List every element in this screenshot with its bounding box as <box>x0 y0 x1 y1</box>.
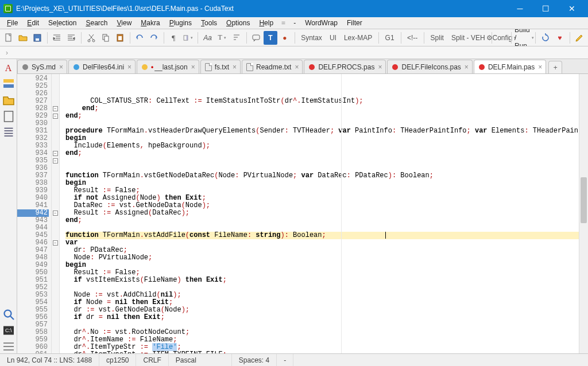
g1-label[interactable]: G1 <box>382 34 398 42</box>
status-eol[interactable]: CRLF <box>136 354 168 366</box>
status-bar: Ln 942, Col 74 :: LNS: 1488 cp1250 CRLF … <box>0 353 588 366</box>
new-tab-button[interactable]: + <box>548 61 562 73</box>
sidebar-clip-icon[interactable] <box>2 110 16 123</box>
status-lexer[interactable]: Pascal <box>169 354 232 366</box>
tab-readme-txt[interactable]: Readme.txt× <box>242 60 303 73</box>
margin-line <box>341 74 342 353</box>
menu-dash[interactable]: - <box>289 18 300 28</box>
sidebar-list-icon[interactable] <box>2 126 16 139</box>
indent-left-button[interactable] <box>50 31 64 45</box>
indent-right-button[interactable] <box>64 31 78 45</box>
toggle-case-button[interactable]: Aa <box>201 31 215 45</box>
svg-text:C:\: C:\ <box>5 328 12 333</box>
svg-rect-10 <box>187 35 188 40</box>
menu-search[interactable]: Search <box>81 18 112 28</box>
tab-close-icon[interactable]: × <box>59 63 63 71</box>
status-spaces[interactable]: Spaces: 4 <box>232 354 277 366</box>
refresh-button[interactable] <box>539 31 552 45</box>
vertical-scrollbar[interactable] <box>579 74 588 353</box>
tab---last-json[interactable]: •__last.json× <box>137 60 199 73</box>
tab-close-icon[interactable]: × <box>127 63 131 71</box>
tab-close-icon[interactable]: × <box>465 63 469 71</box>
open-file-button[interactable] <box>16 31 30 45</box>
window-maximize-button[interactable]: ☐ <box>533 0 559 17</box>
line-number-gutter[interactable]: 9249259269279289299309319329339349359369… <box>17 74 52 353</box>
new-file-button[interactable] <box>2 31 16 45</box>
menu-sep: = <box>278 19 289 27</box>
unprinted-button[interactable]: ¶ <box>167 31 180 45</box>
lang-t-button[interactable]: T <box>215 31 229 45</box>
copy-button[interactable] <box>99 31 113 45</box>
window-titlebar: E:\Projects_XE\_UTILITIES\DelFiles\1.0\s… <box>0 0 588 17</box>
menu-view[interactable]: View <box>113 18 137 28</box>
sidebar-output-icon[interactable] <box>2 340 16 353</box>
tab-close-icon[interactable]: × <box>233 63 237 71</box>
tab-label: DELF.Main.pas <box>488 63 535 71</box>
fold-column[interactable]: −−−−−−− <box>52 74 60 353</box>
split-label[interactable]: Split <box>427 34 447 42</box>
window-minimize-button[interactable]: ─ <box>507 0 533 17</box>
menu-selection[interactable]: Selection <box>44 18 81 28</box>
menu-help[interactable]: Help <box>254 18 278 28</box>
code-area[interactable]: COL_STATUS_STR: CellText := ItemStatusIn… <box>60 74 579 353</box>
sidebar-console-icon[interactable]: C:\ <box>2 324 16 337</box>
tab-delf-procs-pas[interactable]: DELF.PROCS.pas× <box>304 60 386 73</box>
svg-rect-2 <box>36 38 39 41</box>
build-run-button[interactable]: Build / Run <box>514 31 532 45</box>
sort-button[interactable] <box>230 31 243 45</box>
lex-label[interactable]: Lex-MAP <box>341 34 376 42</box>
tab-fs-txt[interactable]: fs.txt× <box>200 60 241 73</box>
tab-bar: SyS.md×DelFiles64.ini×•__last.json×fs.tx… <box>17 59 588 74</box>
edit-button[interactable] <box>572 31 586 45</box>
tab-close-icon[interactable]: × <box>378 63 382 71</box>
status-encoding[interactable]: cp1250 <box>99 354 136 366</box>
ui-label[interactable]: UI <box>326 34 340 42</box>
tab-delf-fileicons-pas[interactable]: DELF.FileIcons.pas× <box>387 60 472 73</box>
sidebar-search-icon[interactable] <box>2 307 16 321</box>
tab-label: Readme.txt <box>256 63 291 71</box>
svg-rect-8 <box>118 36 122 40</box>
minimap-button[interactable] <box>181 31 195 45</box>
cut-button[interactable] <box>84 31 98 45</box>
config-button[interactable]: ⚙ Config <box>494 31 508 45</box>
menu-options[interactable]: Options <box>222 18 254 28</box>
tab-delfiles64-ini[interactable]: DelFiles64.ini× <box>68 60 136 73</box>
bookmark-button[interactable]: ● <box>278 31 292 45</box>
svg-rect-6 <box>105 36 109 41</box>
tab-label: fs.txt <box>215 63 229 71</box>
code-editor[interactable]: 9249259269279289299309319329339349359369… <box>17 74 588 353</box>
splitveh-label[interactable]: Split - VEH <box>448 34 489 42</box>
tab-close-icon[interactable]: × <box>295 63 299 71</box>
menu-edit[interactable]: Edit <box>22 18 44 28</box>
tab-close-icon[interactable]: × <box>538 63 542 71</box>
heart-button[interactable]: ♥ <box>553 31 567 45</box>
redo-button[interactable] <box>147 31 161 45</box>
menu-tools[interactable]: Tools <box>196 18 222 28</box>
window-title: E:\Projects_XE\_UTILITIES\DelFiles\1.0\s… <box>16 5 234 13</box>
menu-makra[interactable]: Makra <box>136 18 164 28</box>
menu-wordwrap[interactable]: WordWrap <box>300 18 342 28</box>
chevron-right-icon: › <box>3 49 10 57</box>
sidebar-project-icon[interactable] <box>2 94 16 107</box>
status-extra[interactable]: - <box>277 354 293 366</box>
status-position[interactable]: Ln 942, Col 74 :: LNS: 1488 <box>0 354 99 366</box>
tab-sys-md[interactable]: SyS.md× <box>17 60 67 73</box>
menu-file[interactable]: File <box>2 18 22 28</box>
window-close-button[interactable]: ✕ <box>559 0 585 17</box>
undo-button[interactable] <box>133 31 146 45</box>
menu-filter[interactable]: Filter <box>342 18 367 28</box>
menu-bar: File Edit Selection Search View Makra Pl… <box>0 17 588 29</box>
sidebar-text-icon[interactable]: A <box>2 61 16 75</box>
comment-button[interactable] <box>249 31 263 45</box>
side-toolbar: A C:\ <box>0 59 17 353</box>
save-button[interactable] <box>30 31 44 45</box>
highlight-button[interactable]: T <box>264 31 277 45</box>
menu-plugins[interactable]: Plugins <box>165 18 196 28</box>
tab-label: DELF.FileIcons.pas <box>401 63 461 71</box>
sidebar-tree-icon[interactable] <box>2 77 16 91</box>
syntax-label[interactable]: Syntax <box>297 34 326 42</box>
tab-close-icon[interactable]: × <box>191 63 195 71</box>
tab-delf-main-pas[interactable]: DELF.Main.pas× <box>474 60 546 73</box>
paste-button[interactable] <box>113 31 127 45</box>
excl-label[interactable]: <!-- <box>404 34 421 42</box>
